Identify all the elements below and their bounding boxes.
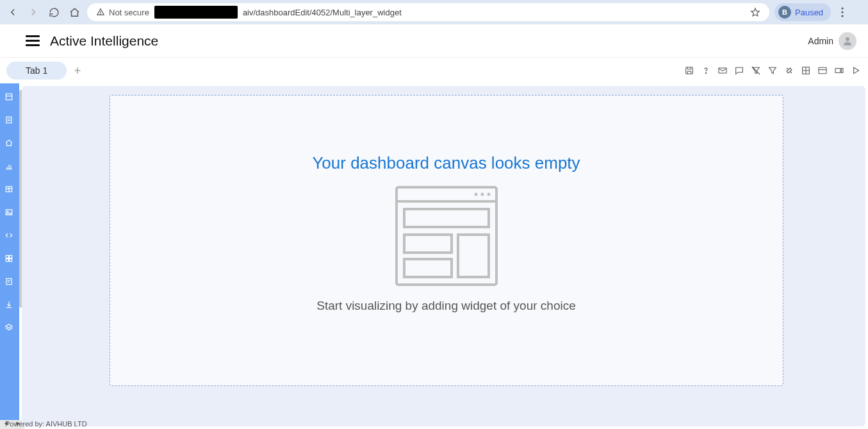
security-label: Not secure	[109, 8, 149, 17]
svg-rect-19	[6, 259, 8, 262]
svg-rect-27	[404, 209, 489, 227]
profile-badge[interactable]: B Paused	[774, 3, 831, 21]
svg-point-26	[487, 193, 490, 196]
svg-point-6	[705, 72, 706, 73]
empty-state-subtitle: Start visualizing by adding widget of yo…	[316, 299, 576, 313]
help-icon[interactable]	[700, 65, 712, 76]
browser-toolbar: Not secure aiv/dashboardEdit/4052/Multi_…	[0, 0, 868, 24]
add-tab-button[interactable]	[73, 66, 82, 75]
report-icon[interactable]	[4, 115, 15, 126]
tab-strip: Tab 1	[0, 58, 868, 83]
svg-rect-11	[841, 69, 843, 73]
funnel-off-icon[interactable]	[750, 65, 762, 76]
svg-point-24	[474, 193, 477, 196]
mail-icon[interactable]	[717, 65, 728, 76]
empty-state-illustration	[393, 182, 500, 290]
address-bar[interactable]: Not secure aiv/dashboardEdit/4052/Multi_…	[87, 3, 769, 21]
layout-icon[interactable]	[817, 65, 828, 76]
play-icon[interactable]	[850, 65, 862, 76]
svg-point-2	[841, 11, 843, 13]
svg-rect-20	[10, 259, 12, 262]
dataset-icon[interactable]	[4, 92, 15, 103]
svg-rect-7	[719, 68, 726, 73]
svg-rect-12	[6, 94, 12, 99]
menu-button[interactable]	[26, 35, 40, 46]
url-redacted	[154, 6, 238, 19]
widget-icon[interactable]	[833, 65, 845, 76]
svg-rect-28	[404, 235, 452, 253]
footer-text: Powered by: AIVHUB LTD	[5, 420, 87, 428]
profile-status: Paused	[795, 8, 823, 17]
svg-point-4	[846, 37, 849, 41]
profile-avatar: B	[778, 6, 791, 19]
home-button[interactable]	[67, 4, 82, 20]
svg-rect-10	[835, 69, 840, 73]
bookmark-icon[interactable]	[750, 7, 760, 17]
workspace: ◄ ► Your dashboard canvas looks empty St…	[0, 83, 868, 429]
grid-icon[interactable]	[800, 65, 812, 76]
canvas-container: Your dashboard canvas looks empty Start …	[22, 86, 865, 426]
svg-point-0	[101, 14, 101, 15]
app-header: Active Intelligence Admin	[0, 24, 868, 58]
image-icon[interactable]	[4, 208, 15, 218]
code-icon[interactable]	[4, 231, 15, 241]
back-button[interactable]	[5, 4, 20, 20]
svg-point-3	[841, 15, 843, 17]
svg-point-25	[480, 193, 484, 196]
browser-menu-button[interactable]	[836, 7, 849, 17]
svg-point-16	[7, 211, 8, 212]
tools-icon[interactable]	[783, 65, 795, 76]
export-icon[interactable]	[4, 300, 15, 310]
svg-rect-5	[686, 67, 693, 74]
layer-icon[interactable]	[4, 323, 15, 333]
user-area[interactable]: Admin	[808, 32, 856, 50]
svg-rect-30	[458, 235, 489, 277]
security-badge: Not secure	[96, 8, 149, 17]
forward-button[interactable]	[26, 4, 41, 20]
tab-1[interactable]: Tab 1	[6, 62, 67, 80]
save-icon[interactable]	[684, 65, 695, 76]
grid2-icon[interactable]	[4, 254, 15, 264]
user-label: Admin	[808, 36, 833, 46]
svg-rect-17	[6, 255, 8, 258]
funnel-icon[interactable]	[767, 65, 778, 76]
dashboard-canvas[interactable]: Your dashboard canvas looks empty Start …	[110, 95, 783, 386]
svg-point-1	[841, 7, 843, 9]
app-title: Active Intelligence	[50, 33, 158, 49]
avatar	[839, 32, 856, 50]
url-path: aiv/dashboardEdit/4052/Multi_layer_widge…	[243, 8, 402, 17]
form-icon[interactable]	[4, 277, 15, 287]
home-icon[interactable]	[4, 139, 15, 149]
svg-rect-29	[404, 259, 452, 277]
dashboard-toolbar	[684, 65, 862, 76]
table-icon[interactable]	[4, 185, 15, 195]
empty-state-title: Your dashboard canvas looks empty	[312, 153, 580, 173]
svg-rect-9	[819, 67, 826, 73]
widget-palette	[0, 83, 19, 429]
chart-icon[interactable]	[4, 162, 15, 172]
comment-icon[interactable]	[733, 65, 745, 76]
svg-rect-18	[10, 255, 12, 258]
reload-button[interactable]	[46, 4, 61, 20]
